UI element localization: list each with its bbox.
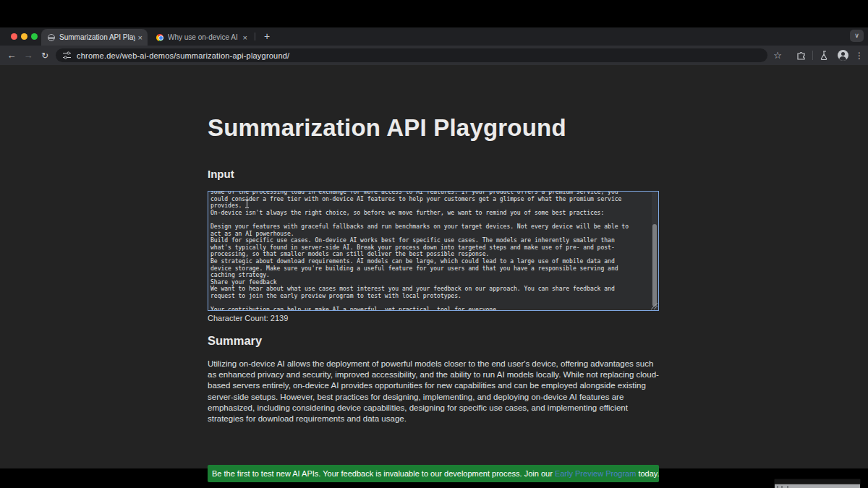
forward-button[interactable]: → (21, 46, 35, 65)
browser-toolbar: ← → ↻ chrome.dev/web-ai-demos/summarizat… (0, 46, 868, 65)
tab-search-chevron-button[interactable]: ∨ (850, 30, 864, 42)
thumbnail-titlebar (775, 479, 860, 484)
url-text: chrome.dev/web-ai-demos/summarization-ap… (77, 51, 289, 60)
site-settings-icon[interactable] (63, 51, 71, 59)
tab-why-on-device-ai[interactable]: Why use on-device AI | AI o × (150, 29, 252, 46)
textarea-resize-handle[interactable] (651, 303, 658, 309)
toolbar-divider (812, 51, 813, 60)
screen-share-thumbnail[interactable] (774, 479, 861, 488)
window-close-button[interactable] (11, 33, 17, 40)
summary-heading: Summary (208, 334, 262, 348)
tab-title: Summarization API Playgroud (59, 33, 135, 41)
banner-text-after: today. (636, 469, 659, 478)
window-minimize-button[interactable] (21, 33, 27, 40)
reload-button[interactable]: ↻ (38, 46, 52, 65)
tab-strip: Summarization API Playgroud × Why use on… (0, 27, 868, 46)
tab-divider (255, 33, 255, 40)
tab-title: Why use on-device AI | AI o (168, 33, 240, 41)
globe-favicon-icon (48, 34, 55, 41)
address-bar[interactable]: chrome.dev/web-ai-demos/summarization-ap… (56, 48, 767, 62)
textarea-scrollbar[interactable] (652, 192, 658, 309)
avatar-icon (838, 50, 848, 61)
text-cursor-ibeam-icon (244, 200, 250, 207)
browser-menu-icon[interactable]: ⋮ (852, 46, 867, 65)
character-count: Character Count: 2139 (208, 314, 288, 322)
screenshot-root: Summarization API Playgroud × Why use on… (0, 0, 868, 488)
extensions-icon[interactable] (793, 46, 809, 65)
browser-window: Summarization API Playgroud × Why use on… (0, 27, 868, 468)
input-textarea[interactable]: some of the processing load in exchange … (208, 191, 659, 311)
tab-close-icon[interactable]: × (138, 33, 142, 42)
new-tab-button[interactable]: + (260, 30, 274, 44)
tab-summarization-playground[interactable]: Summarization API Playgroud × (41, 29, 148, 46)
textarea-scrollbar-thumb[interactable] (652, 224, 657, 307)
window-zoom-button[interactable] (31, 33, 38, 40)
bookmark-star-icon[interactable]: ☆ (770, 46, 786, 65)
profile-avatar-button[interactable] (835, 46, 851, 65)
summary-text: Utilizing on-device AI allows the deploy… (208, 359, 660, 424)
early-preview-banner: Be the first to test new AI APIs. Your f… (208, 465, 659, 482)
tab-close-icon[interactable]: × (243, 33, 247, 42)
back-button[interactable]: ← (4, 46, 19, 65)
banner-text-before: Be the first to test new AI APIs. Your f… (212, 469, 555, 478)
chrome-favicon-icon (156, 34, 163, 41)
page-title: Summarization API Playground (208, 114, 566, 142)
input-heading: Input (208, 168, 234, 180)
early-preview-program-link[interactable]: Early Preview Program (555, 469, 636, 478)
input-textarea-text: some of the processing load in exchange … (210, 191, 650, 311)
thumbnail-toolbar (775, 484, 860, 488)
page-content: Summarization API Playground Input some … (0, 65, 868, 468)
labs-flask-icon[interactable] (817, 46, 833, 65)
